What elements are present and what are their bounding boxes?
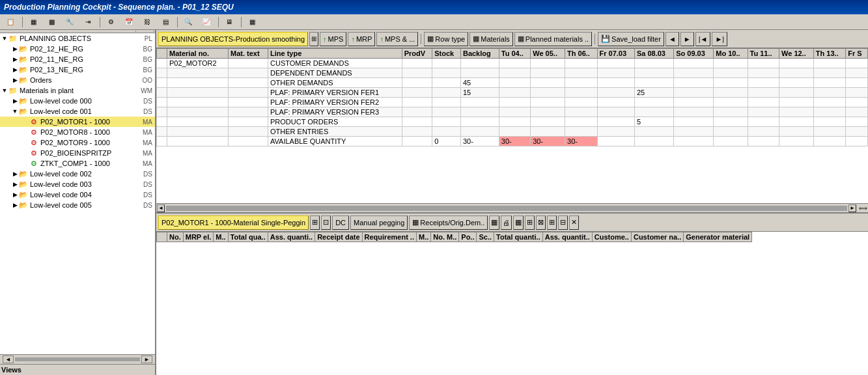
pg-row-2-th13[interactable] — [813, 78, 845, 88]
col-tu04[interactable]: Tu 04.. — [499, 49, 530, 59]
pg-row-1-material[interactable] — [167, 68, 229, 78]
pg-row-0-frs[interactable] — [846, 59, 868, 68]
pg-row-1-mo10[interactable] — [714, 68, 748, 78]
pg-row-2-sa08[interactable] — [634, 78, 673, 88]
pg-row-2-so09[interactable] — [674, 78, 714, 88]
pg-row-7-stock[interactable] — [432, 127, 461, 137]
tree-item-llc002[interactable]: ▶ 📂 Low-level code 002 DS — [0, 169, 155, 179]
pg-row-3-mo10[interactable] — [714, 88, 748, 98]
tree-item-llc003[interactable]: ▶ 📂 Low-level code 003 DS — [0, 179, 155, 189]
pg-row-3-th06[interactable] — [565, 88, 597, 98]
col-tu11[interactable]: Tu 11.. — [748, 49, 779, 59]
bcol-no[interactable]: No. — [167, 232, 184, 242]
planned-materials-btn[interactable]: ▦ Planned materials .. — [514, 32, 592, 46]
expand-llc001[interactable]: ▼ — [12, 108, 18, 115]
pg-row-2-backlog[interactable]: 45 — [460, 78, 499, 88]
pg-row-7-line-type[interactable]: OTHER ENTRIES — [268, 127, 402, 137]
nav-last-btn[interactable]: ►| — [712, 32, 727, 46]
col-prodv[interactable]: ProdV — [402, 49, 432, 59]
pg-row-0-tu04[interactable] — [499, 59, 530, 68]
pg-row-8-tu11[interactable] — [748, 137, 779, 146]
pg-row-4-sa08[interactable] — [634, 98, 673, 107]
pg-row-1-prodv[interactable] — [402, 68, 432, 78]
receipts-btn[interactable]: ▦ Receipts/Orig.Dem.. — [409, 215, 488, 230]
pg-row-6-th13[interactable] — [813, 117, 845, 127]
pg-row-3-line-type[interactable]: PLAF: PRIMARY VERSION FER1 — [268, 88, 402, 98]
pg-row-3-backlog[interactable]: 15 — [460, 88, 499, 98]
pg-row-2-tu04[interactable] — [499, 78, 530, 88]
bcol-po[interactable]: Po.. — [459, 232, 477, 242]
pg-row-2-frs[interactable] — [846, 78, 868, 88]
bottom-export-btn[interactable]: ⊠ — [536, 215, 546, 230]
col-material[interactable]: Material no. — [167, 49, 229, 59]
pg-row-4-backlog[interactable] — [460, 98, 499, 107]
pg-row-7-material[interactable] — [167, 127, 229, 137]
tree-item-p02motor8[interactable]: ⚙ P02_MOTOR8 - 1000 MA — [0, 127, 155, 137]
pg-row-1-sa08[interactable] — [634, 68, 673, 78]
menu-close-dc[interactable]: 🔍 — [180, 16, 197, 28]
expand-llc005[interactable]: ▶ — [12, 202, 18, 208]
grid-icon-1[interactable]: ⊞ — [309, 32, 318, 46]
pg-row-7-we12[interactable] — [779, 127, 814, 137]
pg-row-6-stock[interactable] — [432, 117, 461, 127]
pg-row-8-prodv[interactable] — [402, 137, 432, 146]
dc-btn[interactable]: DC — [332, 215, 349, 230]
pg-row-0-mo10[interactable] — [714, 59, 748, 68]
expand-planning-objects[interactable]: ▼ — [1, 35, 8, 42]
pg-row-6-we05[interactable] — [531, 117, 565, 127]
pg-row-4-mat-text[interactable] — [229, 98, 268, 107]
pg-row-4-th13[interactable] — [813, 98, 845, 107]
pg-row-1-backlog[interactable] — [460, 68, 499, 78]
pg-row-0-th13[interactable] — [813, 59, 845, 68]
pg-row-5-fr07[interactable] — [597, 107, 634, 117]
pg-row-7-fr07[interactable] — [597, 127, 634, 137]
pg-row-8-mo10[interactable] — [714, 137, 748, 146]
pg-row-2-stock[interactable] — [432, 78, 461, 88]
pg-row-3-sa08[interactable]: 25 — [634, 88, 673, 98]
nav-left-btn[interactable]: ◄ — [665, 32, 679, 46]
pg-row-0-stock[interactable] — [432, 59, 461, 68]
pg-row-0-sa08[interactable] — [634, 59, 673, 68]
tree-item-p0213nerg[interactable]: ▶ 📂 P02_13_NE_RG BG — [0, 64, 155, 75]
pg-row-2-we05[interactable] — [531, 78, 565, 88]
col-mat-text[interactable]: Mat. text — [229, 49, 268, 59]
bottom-grid-icon[interactable]: ▦ — [489, 215, 499, 230]
pg-row-6-frs[interactable] — [846, 117, 868, 127]
menu-context[interactable]: 🔧 — [62, 16, 79, 28]
col-we05[interactable]: We 05.. — [531, 49, 565, 59]
menu-planning[interactable]: 📋 — [3, 16, 20, 28]
materials-btn[interactable]: ▦ Materials — [469, 32, 513, 46]
tree-content[interactable]: ▼ 📁 PLANNING OBJECTS PL ▶ 📂 P02_12_HE_RG… — [0, 33, 155, 354]
pg-row-6-prodv[interactable] — [402, 117, 432, 127]
pg-row-3-so09[interactable] — [674, 88, 714, 98]
bcol-custname[interactable]: Customer na.. — [631, 232, 683, 242]
pg-row-5-mo10[interactable] — [714, 107, 748, 117]
pg-row-4-frs[interactable] — [846, 98, 868, 107]
pg-row-7-mat-text[interactable] — [229, 127, 268, 137]
bcol-req[interactable]: Requirement .. — [362, 232, 416, 242]
col-sa08[interactable]: Sa 08.03 — [634, 49, 673, 59]
pg-row-0-line-type[interactable]: CUSTOMER DEMANDS — [268, 59, 402, 68]
expand-llc003[interactable]: ▶ — [12, 181, 18, 188]
pg-row-5-th13[interactable] — [813, 107, 845, 117]
pg-row-4-material[interactable] — [167, 98, 229, 107]
expand-materials-plant[interactable]: ▼ — [1, 87, 8, 94]
menu-borders[interactable]: ▤ — [158, 16, 175, 28]
pg-row-1-we05[interactable] — [531, 68, 565, 78]
pg-row-4-we05[interactable] — [531, 98, 565, 107]
pg-row-5-backlog[interactable] — [460, 107, 499, 117]
planning-grid[interactable]: Material no. Mat. text Line type ProdV S… — [156, 48, 868, 203]
pg-row-5-we12[interactable] — [779, 107, 814, 117]
bcol-nom[interactable]: No. M.. — [431, 232, 459, 242]
col-th13[interactable]: Th 13.. — [813, 49, 845, 59]
pg-row-7-sa08[interactable] — [634, 127, 673, 137]
tree-item-materials-plant[interactable]: ▼ 📁 Materials in plant WM — [0, 85, 155, 96]
h-scroll-right[interactable]: ► — [848, 204, 856, 212]
bcol-sc[interactable]: Sc.. — [477, 232, 494, 242]
pg-row-0-so09[interactable] — [674, 59, 714, 68]
expand-orders[interactable]: ▶ — [12, 77, 18, 83]
pg-row-7-mo10[interactable] — [714, 127, 748, 137]
pg-row-1-we12[interactable] — [779, 68, 814, 78]
col-line-type[interactable]: Line type — [268, 49, 402, 59]
col-fr07[interactable]: Fr 07.03 — [597, 49, 634, 59]
